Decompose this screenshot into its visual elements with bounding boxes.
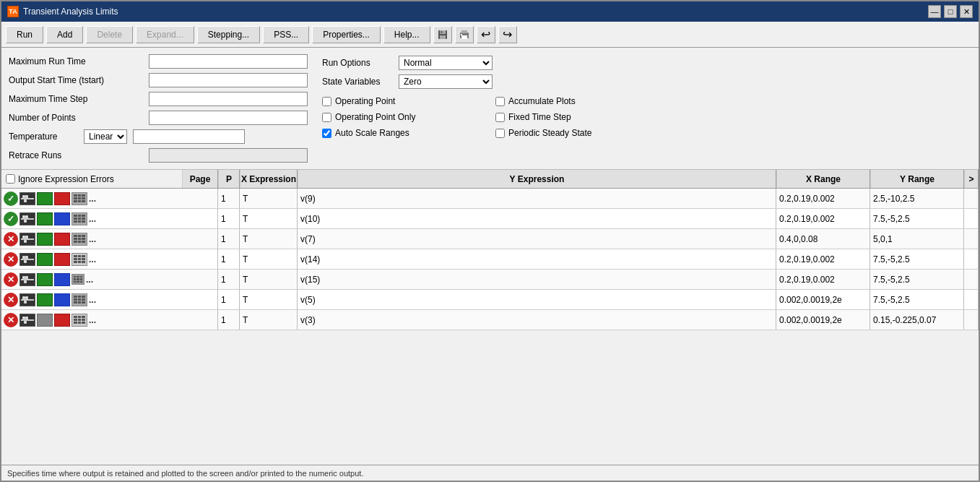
output-start-input[interactable]: 190m [149, 73, 308, 87]
properties-button[interactable]: Properties... [312, 26, 381, 43]
operating-point-checkbox[interactable] [322, 97, 331, 106]
cell-x-range[interactable]: 0.2,0.19,0.002 [776, 270, 870, 289]
cell-y-range[interactable]: 7.5,-5,2.5 [870, 290, 964, 309]
cell-page[interactable] [182, 229, 218, 249]
pss-button[interactable]: PSS... [263, 26, 309, 43]
cell-page[interactable] [182, 189, 218, 208]
waveform-icon[interactable] [19, 212, 35, 225]
cell-x-expr[interactable]: T [240, 270, 298, 289]
color-icon-green[interactable] [37, 293, 53, 306]
color-icon-red[interactable] [54, 233, 70, 246]
operating-point-only-checkbox[interactable] [322, 113, 331, 122]
disabled-icon[interactable]: ✕ [4, 252, 18, 267]
expand-button[interactable]: Expand... [136, 26, 194, 43]
waveform-icon[interactable] [19, 253, 35, 266]
cell-y-range[interactable]: 2.5,-10,2.5 [870, 189, 964, 208]
cell-y-expr[interactable]: v(5) [298, 290, 776, 309]
disabled-icon[interactable]: ✕ [4, 272, 18, 287]
more-button[interactable]: ... [89, 295, 100, 305]
grid-icon[interactable] [71, 274, 84, 285]
max-time-step-input[interactable]: 10u [149, 92, 308, 106]
color-icon-green[interactable] [37, 233, 53, 246]
cell-page[interactable] [182, 249, 218, 269]
cell-more[interactable] [964, 249, 979, 269]
more-button[interactable]: ... [89, 194, 100, 204]
save-icon-button[interactable] [433, 26, 452, 43]
grid-icon[interactable] [71, 253, 87, 266]
cell-x-range[interactable]: 0.2,0.19,0.002 [776, 209, 870, 228]
cell-x-expr[interactable]: T [240, 310, 298, 330]
cell-more[interactable] [964, 290, 979, 309]
color-icon-green[interactable] [37, 212, 53, 225]
grid-icon[interactable] [71, 212, 87, 225]
more-button[interactable]: ... [86, 275, 97, 285]
cell-y-range[interactable]: 5,0,1 [870, 229, 964, 249]
enabled-icon[interactable]: ✓ [4, 191, 18, 206]
cell-y-expr[interactable]: v(10) [298, 209, 776, 228]
color-icon-blue[interactable] [54, 212, 70, 225]
grid-icon[interactable] [71, 233, 87, 246]
max-run-time-input[interactable]: 200m [149, 54, 308, 69]
disabled-icon[interactable]: ✕ [4, 232, 18, 246]
retrace-input[interactable]: 1 [149, 148, 308, 163]
maximize-button[interactable]: □ [944, 5, 957, 18]
redo-icon-button[interactable]: ↪ [498, 26, 517, 43]
disabled-icon[interactable]: ✕ [4, 313, 18, 327]
cell-x-expr[interactable]: T [240, 229, 298, 249]
ignore-errors-checkbox[interactable] [6, 174, 15, 184]
color-icon-red[interactable] [54, 192, 70, 205]
cell-x-range[interactable]: 0.2,0.19,0.002 [776, 189, 870, 208]
print-icon-button[interactable] [455, 26, 474, 43]
enabled-icon[interactable]: ✓ [4, 212, 18, 226]
color-icon-green[interactable] [37, 253, 53, 266]
cell-x-range[interactable]: 0.4,0,0.08 [776, 229, 870, 249]
delete-button[interactable]: Delete [86, 26, 133, 43]
disabled-icon[interactable]: ✕ [4, 293, 18, 307]
run-button[interactable]: Run [6, 26, 43, 43]
waveform-icon[interactable] [19, 293, 35, 306]
minimize-button[interactable]: — [928, 5, 941, 18]
color-icon-red[interactable] [54, 253, 70, 266]
cell-more[interactable] [964, 310, 979, 330]
cell-more[interactable] [964, 229, 979, 249]
cell-y-expr[interactable]: v(14) [298, 249, 776, 269]
add-button[interactable]: Add [46, 26, 83, 43]
close-button[interactable]: ✕ [960, 5, 973, 18]
temperature-input[interactable]: 27 [133, 129, 245, 144]
color-icon-green[interactable] [37, 192, 53, 205]
cell-x-expr[interactable]: T [240, 249, 298, 269]
run-options-select[interactable]: Normal Monte Carlo Worst Case [399, 56, 493, 70]
undo-icon-button[interactable]: ↩ [477, 26, 495, 43]
cell-page[interactable] [182, 290, 218, 309]
cell-x-range[interactable]: 0.002,0.0019,2e [776, 310, 870, 330]
color-icon-blue[interactable] [54, 293, 70, 306]
grid-icon[interactable] [71, 314, 87, 327]
temperature-mode-select[interactable]: Linear Log List [84, 129, 127, 144]
cell-page[interactable] [182, 209, 218, 228]
periodic-steady-checkbox[interactable] [495, 129, 505, 138]
waveform-icon[interactable] [19, 233, 35, 246]
cell-more[interactable] [964, 270, 979, 289]
cell-page[interactable] [182, 270, 218, 289]
color-icon-green[interactable] [37, 273, 53, 286]
grid-icon[interactable] [71, 192, 87, 205]
cell-y-range[interactable]: 7.5,-5,2.5 [870, 270, 964, 289]
waveform-icon[interactable] [19, 192, 35, 205]
cell-x-range[interactable]: 0.002,0.0019,2e [776, 290, 870, 309]
cell-more[interactable] [964, 209, 979, 228]
more-button[interactable]: ... [89, 315, 100, 325]
color-icon-green[interactable] [37, 314, 53, 327]
cell-x-expr[interactable]: T [240, 290, 298, 309]
auto-scale-checkbox[interactable] [322, 129, 331, 138]
cell-page[interactable] [182, 310, 218, 330]
cell-x-range[interactable]: 0.2,0.19,0.002 [776, 249, 870, 269]
color-icon-blue[interactable] [54, 273, 70, 286]
help-button[interactable]: Help... [383, 26, 430, 43]
waveform-icon[interactable] [19, 314, 35, 327]
cell-x-expr[interactable]: T [240, 209, 298, 228]
accumulate-plots-checkbox[interactable] [495, 97, 505, 106]
more-button[interactable]: ... [89, 254, 100, 264]
state-variables-select[interactable]: Zero Leave Read [399, 74, 493, 89]
cell-more[interactable] [964, 189, 979, 208]
cell-y-range[interactable]: 7.5,-5,2.5 [870, 209, 964, 228]
